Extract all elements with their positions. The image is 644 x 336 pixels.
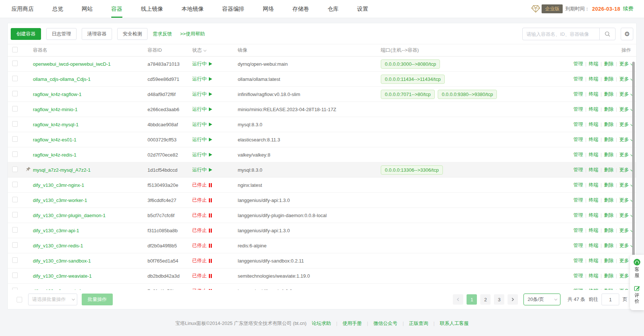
delete-link[interactable]: 删除 <box>604 212 614 218</box>
more-link[interactable]: 更多 <box>619 243 633 248</box>
terminal-link[interactable]: 终端 <box>589 243 598 248</box>
manage-link[interactable]: 管理 <box>573 258 583 263</box>
nav-item-app-store[interactable]: 应用商店 <box>11 0 34 18</box>
container-name-link[interactable]: dify_v130_c3mr-web-1 <box>33 288 82 290</box>
row-checkbox[interactable] <box>12 288 18 290</box>
manage-link[interactable]: 管理 <box>573 197 583 203</box>
more-link[interactable]: 更多 <box>619 167 633 172</box>
batch-operation-button[interactable]: 批量操作 <box>82 294 113 305</box>
terminal-link[interactable]: 终端 <box>589 76 598 82</box>
select-all-checkbox[interactable] <box>12 47 18 52</box>
search-input[interactable] <box>522 28 599 40</box>
container-name-link[interactable]: ragflow_kr4z-es01-1 <box>33 137 77 143</box>
container-name-link[interactable]: dify_v130_c3mr-sandbox-1 <box>33 258 91 264</box>
manage-link[interactable]: 管理 <box>573 137 583 142</box>
manage-link[interactable]: 管理 <box>573 76 583 82</box>
col-status[interactable]: 状态 <box>192 47 238 54</box>
terminal-link[interactable]: 终端 <box>589 152 598 157</box>
row-checkbox[interactable] <box>12 121 18 127</box>
bottom-select-all-checkbox[interactable] <box>17 297 22 302</box>
row-checkbox[interactable] <box>12 167 18 172</box>
log-manage-button[interactable]: 日志管理 <box>46 28 77 40</box>
delete-link[interactable]: 删除 <box>604 182 614 188</box>
page-size-select[interactable]: 20条/页 <box>523 294 560 305</box>
page-button-2[interactable]: 2 <box>480 294 491 305</box>
footer-link-contact-support[interactable]: 联系人工客服 <box>440 320 469 327</box>
manage-link[interactable]: 管理 <box>573 212 583 218</box>
port-mapping-badge[interactable]: 0.0.0.0:11434-->11434/tcp <box>381 75 445 84</box>
delete-link[interactable]: 删除 <box>604 152 614 157</box>
nav-item-settings[interactable]: 设置 <box>357 0 368 18</box>
terminal-link[interactable]: 终端 <box>589 91 598 97</box>
nav-item-volumes[interactable]: 存储卷 <box>292 0 309 18</box>
security-check-button[interactable]: 安全检测 <box>117 28 148 40</box>
more-link[interactable]: 更多 <box>619 121 633 127</box>
nav-item-containers[interactable]: 容器 <box>111 0 122 18</box>
container-name-link[interactable]: dify_v130_c3mr-worker-1 <box>33 198 87 203</box>
port-mapping-badge[interactable]: 0.0.0.0:9380-->9380/tcp <box>438 90 497 99</box>
delete-link[interactable]: 删除 <box>604 197 614 203</box>
terminal-link[interactable]: 终端 <box>589 137 598 142</box>
row-checkbox[interactable] <box>12 272 18 278</box>
port-mapping-badge[interactable]: 0.0.0.0:7071-->80/tcp <box>381 90 435 99</box>
row-checkbox[interactable] <box>12 61 18 66</box>
terminal-link[interactable]: 终端 <box>589 197 598 203</box>
container-name-link[interactable]: ragflow_kr4z-mysql-1 <box>33 122 79 127</box>
delete-link[interactable]: 删除 <box>604 227 614 233</box>
delete-link[interactable]: 删除 <box>604 91 614 97</box>
delete-link[interactable]: 删除 <box>604 167 614 172</box>
delete-link[interactable]: 删除 <box>604 121 614 127</box>
row-checkbox[interactable] <box>12 182 18 187</box>
more-link[interactable]: 更多 <box>619 76 633 82</box>
more-link[interactable]: 更多 <box>619 197 633 203</box>
page-button-1[interactable]: 1 <box>467 294 477 305</box>
container-name-link[interactable]: mysql_a7z2-mysql_A7z2-1 <box>33 167 91 173</box>
delete-link[interactable]: 删除 <box>604 106 614 112</box>
container-name-link[interactable]: dify_v130_c3mr-redis-1 <box>33 243 83 248</box>
row-checkbox[interactable] <box>12 151 18 157</box>
delete-link[interactable]: 删除 <box>604 258 614 263</box>
delete-link[interactable]: 删除 <box>604 273 614 278</box>
more-link[interactable]: 更多 <box>619 182 633 188</box>
delete-link[interactable]: 删除 <box>604 61 614 66</box>
customer-service-icon[interactable] <box>633 258 641 266</box>
container-name-link[interactable]: openwebui_iwcd-openwebui_iwcD-1 <box>33 61 111 67</box>
row-checkbox[interactable] <box>12 106 18 112</box>
create-container-button[interactable]: 创建容器 <box>11 28 41 40</box>
container-name-link[interactable]: dify_v130_c3mr-plugin_daemon-1 <box>33 213 106 218</box>
terminal-link[interactable]: 终端 <box>589 106 598 112</box>
goto-page-input[interactable] <box>601 294 619 305</box>
row-checkbox[interactable] <box>12 212 18 217</box>
footer-link-manual[interactable]: 使用手册 <box>343 320 362 327</box>
manage-link[interactable]: 管理 <box>573 61 583 66</box>
row-checkbox[interactable] <box>12 227 18 233</box>
review-edit-icon[interactable] <box>634 285 640 292</box>
nav-item-repository[interactable]: 仓库 <box>328 0 339 18</box>
port-mapping-badge[interactable]: 0.0.0.0:13306-->3306/tcp <box>381 165 443 175</box>
container-name-link[interactable]: dify_v130_c3mr-weaviate-1 <box>33 273 92 279</box>
terminal-link[interactable]: 终端 <box>589 212 598 218</box>
container-name-link[interactable]: ragflow_kr4z-ragflow-1 <box>33 92 82 97</box>
nav-item-compose[interactable]: 容器编排 <box>222 0 244 18</box>
delete-link[interactable]: 删除 <box>604 243 614 248</box>
nav-item-local-images[interactable]: 本地镜像 <box>182 0 204 18</box>
manage-link[interactable]: 管理 <box>573 91 583 97</box>
settings-gear-button[interactable]: ⚙ <box>621 28 633 40</box>
feedback-link[interactable]: 需求反馈 <box>153 31 172 37</box>
delete-link[interactable]: 删除 <box>604 137 614 142</box>
delete-link[interactable]: 删除 <box>604 288 614 290</box>
batch-operation-select[interactable]: 请选择批量操作 <box>28 294 77 305</box>
port-mapping-badge[interactable]: 0.0.0.0:3000-->8080/tcp <box>381 59 440 69</box>
manage-link[interactable]: 管理 <box>573 227 583 233</box>
vertical-scrollbar[interactable] <box>632 62 635 267</box>
footer-link-wechat[interactable]: 微信公众号 <box>373 320 397 327</box>
page-button-3[interactable]: 3 <box>494 294 504 305</box>
manage-link[interactable]: 管理 <box>573 273 583 278</box>
prev-page-button[interactable] <box>453 294 463 305</box>
row-checkbox[interactable] <box>12 257 18 263</box>
manage-link[interactable]: 管理 <box>573 243 583 248</box>
review-label[interactable]: 评价 <box>635 292 640 304</box>
container-name-link[interactable]: dify_v130_c3mr-nginx-1 <box>33 182 84 188</box>
container-name-link[interactable]: dify_v130_c3mr-api-1 <box>33 228 79 233</box>
delete-link[interactable]: 删除 <box>604 76 614 82</box>
